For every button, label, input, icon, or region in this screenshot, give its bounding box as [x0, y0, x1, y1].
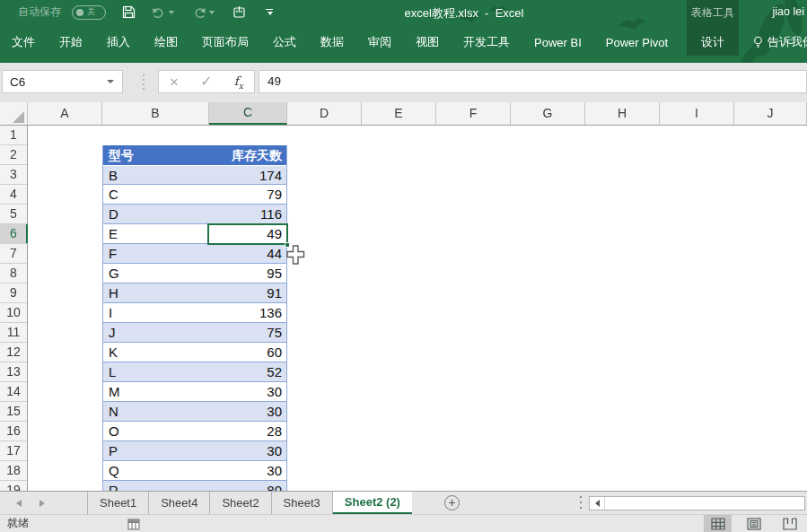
column-header-F[interactable]: F [436, 102, 511, 125]
model-cell[interactable]: H [103, 283, 210, 302]
sheet-tab[interactable]: Sheet4 [149, 492, 210, 514]
days-cell[interactable]: 30 [210, 382, 286, 401]
page-break-view-button[interactable] [776, 515, 803, 532]
days-cell[interactable]: 30 [210, 441, 286, 460]
model-cell[interactable]: C [103, 185, 210, 204]
formula-input[interactable]: 49 [259, 70, 807, 93]
row-header-6[interactable]: 6 [0, 224, 27, 244]
column-header-C[interactable]: C [209, 102, 287, 125]
sheet-nav-right-icon[interactable] [39, 500, 45, 507]
ribbon-tab[interactable]: 绘图 [154, 34, 178, 50]
row-header-4[interactable]: 4 [0, 185, 27, 205]
table-row[interactable]: G 95 [103, 264, 286, 283]
column-header-D[interactable]: D [287, 102, 362, 125]
tell-me-box[interactable]: 告诉我你 [753, 29, 807, 56]
sheet-tab[interactable]: Sheet1 [87, 492, 149, 514]
table-row[interactable]: B 174 [103, 165, 286, 185]
ribbon-tab[interactable]: 视图 [416, 34, 439, 50]
column-header-G[interactable]: G [511, 102, 585, 125]
table-header-days[interactable]: 库存天数 [210, 145, 286, 165]
table-row[interactable]: P 30 [103, 441, 286, 461]
row-header-5[interactable]: 5 [0, 205, 27, 224]
model-cell[interactable]: J [103, 323, 210, 342]
row-header-16[interactable]: 16 [0, 422, 27, 441]
sheet-nav-left-icon[interactable] [16, 500, 22, 507]
model-cell[interactable]: I [103, 303, 210, 322]
row-header-11[interactable]: 11 [0, 323, 27, 343]
days-cell[interactable]: 136 [210, 303, 286, 322]
sheet-tab[interactable]: Sheet2 (2) [333, 492, 412, 514]
model-cell[interactable]: Q [103, 461, 210, 480]
ribbon-tab[interactable]: 文件 [12, 34, 35, 50]
table-row[interactable]: R 80 [103, 481, 286, 491]
row-header-2[interactable]: 2 [0, 145, 27, 165]
ribbon-tab-design[interactable]: 设计 [687, 29, 739, 56]
row-header-14[interactable]: 14 [0, 382, 27, 402]
model-cell[interactable]: L [103, 362, 210, 381]
row-header-8[interactable]: 8 [0, 264, 27, 283]
days-cell[interactable]: 91 [210, 283, 286, 302]
sheet-tab[interactable]: Sheet3 [272, 492, 333, 514]
column-header-E[interactable]: E [362, 102, 436, 125]
insert-function-icon[interactable]: fx [234, 74, 243, 91]
table-row[interactable]: M 30 [103, 382, 286, 402]
worksheet-grid[interactable]: 12345678910111213141516171819 型号 库存天数 B … [0, 126, 807, 491]
sheet-tab[interactable]: Sheet2 [210, 492, 271, 514]
days-cell[interactable]: 44 [210, 244, 286, 263]
days-cell[interactable]: 116 [210, 205, 286, 223]
name-box[interactable]: C6 [2, 70, 123, 93]
user-name[interactable]: jiao lei [773, 5, 804, 18]
table-row[interactable]: L 52 [103, 362, 286, 382]
column-header-J[interactable]: J [734, 102, 807, 125]
cancel-icon[interactable]: × [170, 74, 179, 90]
table-row[interactable]: H 91 [103, 283, 286, 303]
ribbon-tab[interactable]: 公式 [273, 34, 296, 50]
column-header-I[interactable]: I [660, 102, 734, 125]
days-cell[interactable]: 52 [210, 362, 286, 381]
column-header-B[interactable]: B [102, 102, 209, 125]
ribbon-tab[interactable]: 审阅 [368, 34, 391, 50]
name-box-dropdown-icon[interactable] [107, 80, 114, 83]
days-cell[interactable]: 80 [210, 481, 286, 491]
table-row[interactable]: K 60 [103, 343, 286, 362]
table-row[interactable]: Q 30 [103, 461, 286, 481]
model-cell[interactable]: D [103, 205, 210, 223]
horizontal-scrollbar[interactable] [589, 496, 805, 510]
row-header-3[interactable]: 3 [0, 165, 27, 185]
model-cell[interactable]: F [103, 244, 210, 263]
table-header-model[interactable]: 型号 [103, 145, 210, 165]
model-cell[interactable]: B [103, 166, 210, 184]
row-header-12[interactable]: 12 [0, 343, 27, 362]
row-header-7[interactable]: 7 [0, 244, 27, 264]
ribbon-tab[interactable]: 开始 [59, 34, 83, 50]
days-cell[interactable]: 60 [210, 343, 286, 362]
model-cell[interactable]: R [103, 481, 210, 491]
row-header-13[interactable]: 13 [0, 362, 27, 382]
table-row[interactable]: F 44 [103, 244, 286, 264]
ribbon-tab[interactable]: 插入 [107, 34, 130, 50]
row-header-9[interactable]: 9 [0, 283, 27, 303]
model-cell[interactable]: O [103, 422, 210, 440]
row-header-10[interactable]: 10 [0, 303, 27, 323]
model-cell[interactable]: E [103, 224, 210, 243]
column-header-A[interactable]: A [28, 102, 102, 125]
ribbon-tab[interactable]: Power BI [534, 36, 582, 49]
model-cell[interactable]: K [103, 343, 210, 362]
ribbon-tab[interactable]: 数据 [320, 34, 344, 50]
row-header-19[interactable]: 19 [0, 481, 27, 491]
column-header-H[interactable]: H [585, 102, 660, 125]
days-cell[interactable]: 30 [210, 402, 286, 421]
table-row[interactable]: O 28 [103, 422, 286, 441]
table-row[interactable]: D 116 [103, 205, 286, 224]
table-row[interactable]: C 79 [103, 185, 286, 205]
table-row[interactable]: J 75 [103, 323, 286, 343]
row-header-17[interactable]: 17 [0, 441, 27, 461]
table-row[interactable]: I 136 [103, 303, 286, 323]
ribbon-tab[interactable]: Power Pivot [606, 36, 668, 49]
normal-view-button[interactable] [704, 515, 732, 532]
model-cell[interactable]: M [103, 382, 210, 401]
scroll-left-button[interactable] [590, 497, 605, 510]
page-layout-view-button[interactable] [740, 515, 768, 532]
days-cell[interactable]: 75 [210, 323, 286, 342]
model-cell[interactable]: N [103, 402, 210, 421]
